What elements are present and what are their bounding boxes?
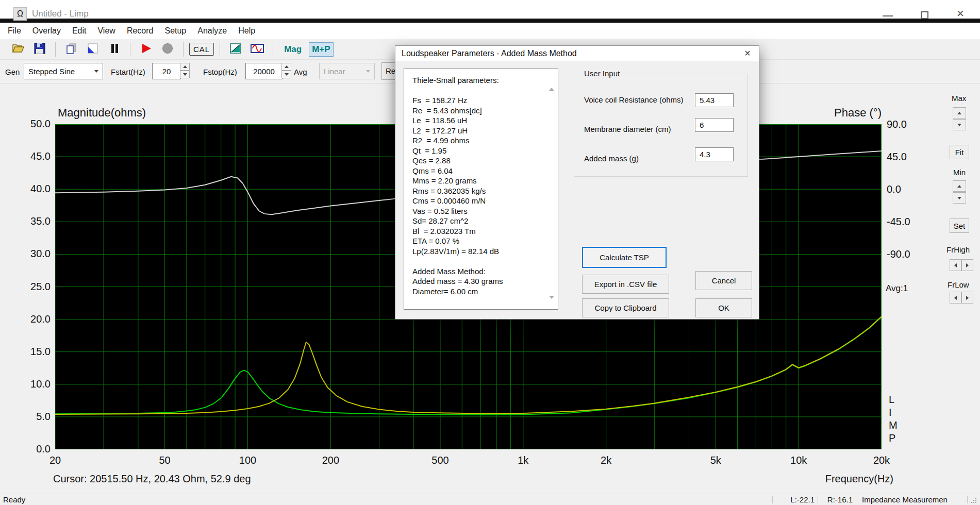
loudspeaker-parameters-dialog: Loudspeaker Parameters - Added Mass Meth… <box>395 45 759 319</box>
copy-to-clipboard-button[interactable]: Copy to Clipboard <box>582 298 669 317</box>
ts-parameters-listbox[interactable]: Thiele-Small parameters: Fs = 158.27 HzR… <box>404 69 558 310</box>
added-mass-label: Added mass (g) <box>584 154 639 163</box>
dialog-title-bar[interactable]: Loudspeaker Parameters - Added Mass Meth… <box>395 46 759 61</box>
blue-flag-icon <box>86 42 99 57</box>
copy-button[interactable] <box>61 41 81 58</box>
phase-tick-label: -90.0 <box>887 248 910 260</box>
save-button[interactable] <box>30 41 49 58</box>
ts-param-line: Added Mass Method: <box>412 266 503 277</box>
spin-down-icon[interactable] <box>180 71 190 78</box>
freq-tick-label: 5k <box>710 454 721 466</box>
dialog-close-button[interactable]: ✕ <box>740 47 755 60</box>
membrane-diameter-label: Membrane diameter (cm) <box>584 125 671 133</box>
menu-item-help[interactable]: Help <box>232 26 261 36</box>
freq-tick-label: 2k <box>601 454 611 466</box>
scroll-up-icon[interactable] <box>549 88 554 91</box>
menu-item-edit[interactable]: Edit <box>67 26 92 36</box>
voice-coil-resistance-input[interactable] <box>695 93 734 107</box>
open-file-button[interactable] <box>8 41 28 58</box>
chevron-down-icon <box>366 70 370 73</box>
mag-tick-label: 20.0 <box>15 313 51 325</box>
menu-item-record[interactable]: Record <box>121 26 159 36</box>
spectrum-view-button[interactable] <box>226 41 245 58</box>
calculate-tsp-button[interactable]: Calculate TSP <box>582 247 667 268</box>
spin-down-icon[interactable] <box>281 71 291 78</box>
menu-item-overlay[interactable]: Overlay <box>27 26 67 36</box>
menu-item-setup[interactable]: Setup <box>159 26 192 36</box>
fit-button[interactable]: Fit <box>950 145 969 159</box>
fstop-spinner[interactable] <box>281 63 291 78</box>
ts-param-line: Mms = 2.20 grams <box>412 176 503 186</box>
limp-logo-letter: I <box>889 407 892 418</box>
fstop-input[interactable] <box>245 63 283 79</box>
averaging-value: Linear <box>324 67 345 76</box>
arrow-left-icon[interactable] <box>950 259 961 271</box>
ok-button[interactable]: OK <box>695 298 752 317</box>
save-floppy-icon <box>33 42 46 57</box>
maximize-button[interactable] <box>921 11 928 19</box>
play-icon <box>139 42 153 57</box>
spin-up-icon[interactable] <box>953 180 966 192</box>
phase-tick-label: 45.0 <box>887 151 907 163</box>
gen-label: Gen <box>5 68 20 76</box>
resize-grip[interactable] <box>971 498 976 503</box>
set-button[interactable]: Set <box>950 218 969 233</box>
spin-up-icon[interactable] <box>953 107 966 119</box>
pause-button[interactable] <box>105 41 124 58</box>
membrane-diameter-input[interactable] <box>695 118 734 132</box>
frhigh-arrows[interactable] <box>950 259 973 271</box>
ts-param-line: Thiele-Small parameters: <box>412 75 503 86</box>
frlow-arrows[interactable] <box>950 292 973 304</box>
arrow-right-icon[interactable] <box>961 259 973 271</box>
avg-label: Avg <box>294 68 307 76</box>
added-mass-input[interactable] <box>695 147 734 161</box>
max-label: Max <box>952 94 966 103</box>
max-spinner[interactable] <box>953 107 966 131</box>
signal-generator-button[interactable] <box>247 41 267 58</box>
mag-tick-label: 0.0 <box>15 443 51 455</box>
marker-flag-button[interactable] <box>83 41 103 58</box>
menu-item-view[interactable]: View <box>92 26 121 36</box>
export-csv-button[interactable]: Export in .CSV file <box>582 275 669 294</box>
status-left-level: L:-22.1 <box>776 495 815 504</box>
phase-tick-label: 0.0 <box>887 183 901 195</box>
magnitude-view-button[interactable]: Mag <box>281 43 304 56</box>
title-bar: Ω Untitled - Limp ✕ <box>0 0 980 19</box>
min-spinner[interactable] <box>953 180 966 204</box>
ts-param-line: Qes = 2.88 <box>412 156 503 166</box>
spin-up-icon[interactable] <box>281 63 291 71</box>
averaging-select: Linear <box>319 63 375 79</box>
stop-button[interactable] <box>158 41 177 58</box>
arrow-left-icon[interactable] <box>950 292 961 304</box>
close-button[interactable]: ✕ <box>954 7 967 21</box>
ts-parameters-list: Thiele-Small parameters: Fs = 158.27 HzR… <box>412 75 503 296</box>
avg-count-label: Avg:1 <box>886 283 908 294</box>
ts-param-line: Re = 5.43 ohms[dc] <box>412 106 503 116</box>
mag-tick-label: 25.0 <box>15 281 51 293</box>
fstart-spinner[interactable] <box>180 63 190 78</box>
app-icon: Ω <box>13 7 27 21</box>
ts-param-line: Fs = 158.27 Hz <box>412 95 503 106</box>
record-play-button[interactable] <box>136 41 156 58</box>
stop-icon <box>161 42 174 57</box>
menu-item-analyze[interactable]: Analyze <box>192 26 232 36</box>
magnitude-axis-title: Magnitude(ohms) <box>58 106 146 120</box>
magnitude-phase-view-button[interactable]: M+P <box>309 42 333 57</box>
freq-tick-label: 100 <box>239 454 256 466</box>
freq-tick-label: 20k <box>873 454 890 466</box>
mag-tick-label: 15.0 <box>15 346 51 358</box>
menu-item-file[interactable]: File <box>2 26 27 36</box>
mag-tick-label: 40.0 <box>15 183 51 195</box>
calibrate-button[interactable]: CAL <box>189 43 214 56</box>
generator-type-select[interactable]: Stepped Sine <box>24 63 103 79</box>
cancel-button[interactable]: Cancel <box>695 271 752 290</box>
arrow-right-icon[interactable] <box>961 292 973 304</box>
spin-up-icon[interactable] <box>180 63 190 71</box>
fstart-input[interactable] <box>152 63 181 79</box>
copy-pages-icon <box>64 42 78 57</box>
scroll-down-icon[interactable] <box>549 296 554 299</box>
minimize-button[interactable] <box>883 15 893 16</box>
spin-down-icon[interactable] <box>953 192 966 204</box>
limp-logo-letter: L <box>889 394 894 406</box>
spin-down-icon[interactable] <box>953 119 966 130</box>
